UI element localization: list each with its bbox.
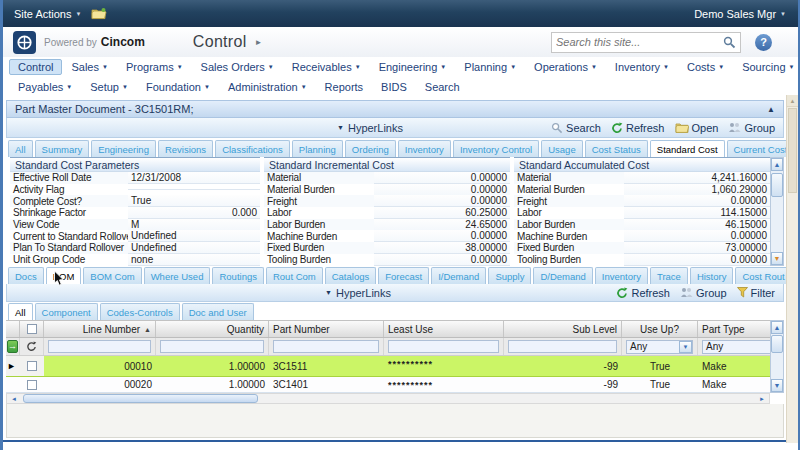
menu-item[interactable]: Sales Orders ▼ <box>192 59 283 75</box>
filter-input-least-use[interactable] <box>388 340 499 353</box>
tab[interactable]: Ordering <box>345 140 396 157</box>
refresh-button[interactable]: Refresh <box>611 122 665 134</box>
menu-item[interactable]: Payables ▼ <box>9 79 81 95</box>
filter-input-quantity[interactable] <box>160 340 264 353</box>
field-value[interactable]: 12/31/2008 <box>128 172 260 184</box>
search-button[interactable]: Search <box>551 122 601 134</box>
filter-input-sub-level[interactable] <box>508 340 617 353</box>
menu-item[interactable]: Inventory ▼ <box>606 59 678 75</box>
field-value[interactable]: Undefined <box>128 230 260 242</box>
user-menu[interactable]: Demo Sales Mgr ▼ <box>694 8 786 20</box>
column-header-least-use[interactable]: Least Use <box>384 321 504 337</box>
column-header-part-number[interactable]: Part Number <box>269 321 384 337</box>
tab[interactable]: All <box>8 140 33 157</box>
field-value[interactable]: 1,060.29000 <box>624 184 770 196</box>
field-value[interactable]: 0.00000 <box>624 254 770 266</box>
field-value[interactable]: 0.00000 <box>624 230 770 242</box>
field-value[interactable]: 73.00000 <box>624 242 770 254</box>
tab[interactable]: Cost Rout <box>735 267 791 284</box>
tab[interactable]: Summary <box>35 140 90 157</box>
tab[interactable]: Standard Cost <box>650 140 725 157</box>
site-actions-menu[interactable]: Site Actions ▼ <box>14 8 81 20</box>
tab[interactable]: Rout Com <box>266 267 323 284</box>
tab[interactable]: Revisions <box>158 140 213 157</box>
field-value[interactable]: True <box>128 195 260 207</box>
field-value[interactable]: 24.65000 <box>374 219 510 231</box>
menu-item[interactable]: BIDS <box>372 79 416 95</box>
hyperlinks-toggle[interactable]: ▼ HyperLinks <box>325 287 391 299</box>
scroll-down-icon[interactable]: ▼ <box>771 252 783 265</box>
tab[interactable]: All <box>8 303 33 320</box>
column-header-line-number[interactable]: Line Number▲ <box>44 321 156 337</box>
tab[interactable]: Catalogs <box>325 267 377 284</box>
group-button[interactable]: Group <box>680 287 727 299</box>
scroll-right-icon[interactable]: ► <box>755 394 769 403</box>
tab[interactable]: Inventory <box>595 267 648 284</box>
menu-item[interactable]: Setup ▼ <box>81 79 137 95</box>
field-value[interactable]: 0.000 <box>128 207 260 219</box>
horizontal-scrollbar[interactable]: ◄ ► <box>6 393 770 404</box>
filter-select-part-type[interactable]: Any <box>702 340 779 354</box>
field-value[interactable]: 0.00000 <box>374 195 510 207</box>
tab[interactable]: Engineering <box>91 140 156 157</box>
tab[interactable]: Inventory <box>398 140 451 157</box>
field-value[interactable]: Undefined <box>128 242 260 254</box>
table-row[interactable]: ► 00010 1.00000 3C1511 ********** -99 Tr… <box>6 356 784 377</box>
tab[interactable]: D/Demand <box>533 267 592 284</box>
filter-input-line-number[interactable] <box>48 340 151 353</box>
tab[interactable]: Current Cost <box>727 140 795 157</box>
menu-item[interactable]: Search <box>416 79 469 95</box>
scrollbar-thumb[interactable] <box>788 108 797 193</box>
scrollbar-thumb[interactable] <box>23 394 258 403</box>
menu-item[interactable]: Foundation ▼ <box>137 79 219 95</box>
menu-item[interactable]: Programs ▼ <box>117 59 192 75</box>
open-button[interactable]: Open <box>675 122 719 134</box>
select-all-checkbox[interactable] <box>27 324 37 334</box>
apply-filter-button[interactable]: → <box>7 340 18 353</box>
field-value[interactable]: 0.00000 <box>374 230 510 242</box>
field-value[interactable]: none <box>128 254 260 266</box>
menu-item[interactable]: Sourcing ▼ <box>733 59 800 75</box>
grid-scrollbar[interactable]: ▲ ▼ <box>770 320 784 393</box>
row-checkbox[interactable] <box>27 361 37 371</box>
refresh-button[interactable]: Refresh <box>616 287 670 299</box>
scroll-up-icon[interactable]: ▲ <box>787 95 798 107</box>
edit-folder-icon[interactable] <box>91 7 107 20</box>
menu-item[interactable]: Planning ▼ <box>455 59 525 75</box>
field-value[interactable]: 60.25000 <box>374 207 510 219</box>
menu-item[interactable]: Administration ▼ <box>219 79 316 95</box>
field-value[interactable]: 38.00000 <box>374 242 510 254</box>
tab[interactable]: Doc and User <box>182 303 254 320</box>
menu-item[interactable]: Costs ▼ <box>678 59 733 75</box>
tab[interactable]: Inventory Control <box>453 140 539 157</box>
tab[interactable]: Classifications <box>215 140 290 157</box>
column-header-quantity[interactable]: Quantity <box>156 321 269 337</box>
menu-item[interactable]: Receivables ▼ <box>283 59 370 75</box>
field-value[interactable] <box>128 189 260 190</box>
table-row[interactable]: 00020 1.00000 3C1401 ********** -99 True… <box>6 377 784 393</box>
field-value[interactable]: 0.00000 <box>374 184 510 196</box>
tab[interactable]: Cost Status <box>585 140 648 157</box>
group-button[interactable]: Group <box>728 122 775 134</box>
tab[interactable]: Routings <box>212 267 264 284</box>
scrollbar-thumb[interactable] <box>771 173 783 197</box>
tab[interactable]: Supply <box>488 267 531 284</box>
scroll-down-icon[interactable]: ▼ <box>771 379 783 392</box>
field-value[interactable]: M <box>128 219 260 231</box>
scroll-left-icon[interactable]: ◄ <box>7 394 21 403</box>
panel-scrollbar[interactable]: ▲ ▼ <box>770 157 784 266</box>
field-value[interactable]: 46.15000 <box>624 219 770 231</box>
field-value[interactable]: 4,241.16000 <box>624 172 770 184</box>
menu-item[interactable]: Operations ▼ <box>525 59 606 75</box>
page-title[interactable]: Control <box>193 33 247 51</box>
tab[interactable]: Docs <box>8 267 44 284</box>
tab[interactable]: Usage <box>541 140 582 157</box>
menu-item[interactable]: Engineering ▼ <box>370 59 456 75</box>
tab[interactable]: Component <box>35 303 98 320</box>
field-value[interactable]: 0.00000 <box>624 195 770 207</box>
field-value[interactable]: 0.00000 <box>374 254 510 266</box>
magnifier-icon[interactable] <box>723 36 736 49</box>
tab[interactable]: BOM Com <box>83 267 141 284</box>
collapse-panel-button[interactable]: ▲ <box>767 105 775 114</box>
scrollbar-thumb[interactable] <box>771 335 783 353</box>
